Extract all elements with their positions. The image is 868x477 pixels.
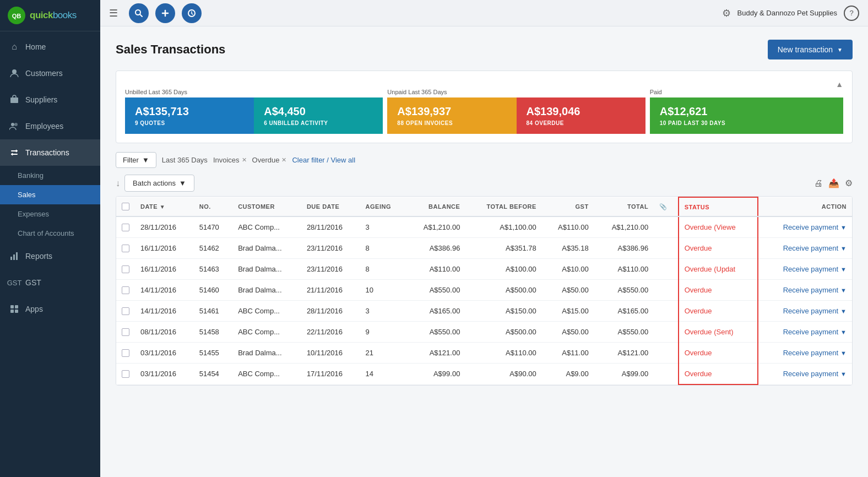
th-attach: 📎 xyxy=(654,197,679,216)
th-ageing: AGEING xyxy=(360,197,406,216)
th-total: TOTAL xyxy=(594,197,654,216)
action-dropdown-icon[interactable]: ▼ xyxy=(840,371,847,377)
sidebar-item-transactions[interactable]: Transactions xyxy=(0,139,100,166)
transactions-table: DATE ▼ NO. CUSTOMER DUE DATE AGEING BALA… xyxy=(116,197,852,385)
sidebar-item-customers[interactable]: Customers xyxy=(0,60,100,86)
action-dropdown-icon[interactable]: ▼ xyxy=(840,245,847,252)
svg-rect-7 xyxy=(13,254,15,260)
row-customer: Brad Dalma... xyxy=(232,238,301,259)
topbar-right: ⚙ Buddy & Dannozo Pet Supplies ? xyxy=(722,6,859,21)
row-checkbox[interactable] xyxy=(122,224,129,231)
table-row: 08/11/2016 51458 ABC Comp... 22/11/2016 … xyxy=(116,322,852,343)
row-attach xyxy=(654,238,679,259)
sidebar-item-suppliers[interactable]: Suppliers xyxy=(0,86,100,113)
action-dropdown-icon[interactable]: ▼ xyxy=(840,350,847,356)
row-attach xyxy=(654,216,679,238)
row-total-before: A$1,100.00 xyxy=(465,216,541,238)
receive-payment-link[interactable]: Receive payment xyxy=(783,286,838,294)
sidebar-item-sales[interactable]: Sales xyxy=(0,185,100,204)
row-checkbox[interactable] xyxy=(122,370,129,378)
add-button[interactable] xyxy=(155,3,175,23)
row-date: 14/11/2016 xyxy=(135,280,194,301)
search-button[interactable] xyxy=(129,3,149,23)
row-date: 03/11/2016 xyxy=(135,364,194,385)
row-gst: A$110.00 xyxy=(542,216,594,238)
action-cell: Receive payment ▼ xyxy=(764,265,847,273)
receive-payment-link[interactable]: Receive payment xyxy=(783,349,838,357)
quotes-card[interactable]: A$135,713 9 QUOTES xyxy=(125,97,254,134)
card-sub: 6 UNBILLED ACTIVITY xyxy=(264,120,373,126)
history-button[interactable] xyxy=(182,3,202,23)
filter-button[interactable]: Filter ▼ xyxy=(116,152,156,168)
select-all-checkbox[interactable] xyxy=(122,203,129,210)
open-invoices-card[interactable]: A$139,937 88 OPEN INVOICES xyxy=(387,97,516,134)
row-checkbox[interactable] xyxy=(122,307,129,315)
receive-payment-link[interactable]: Receive payment xyxy=(783,244,838,252)
sidebar-item-expenses[interactable]: Expenses xyxy=(0,204,100,224)
sidebar-item-banking[interactable]: Banking xyxy=(0,166,100,185)
th-customer: CUSTOMER xyxy=(232,197,301,216)
sidebar-item-home[interactable]: ⌂ Home xyxy=(0,34,100,60)
row-status: Overdue xyxy=(679,343,758,364)
row-no: 51470 xyxy=(194,216,232,238)
row-action: Receive payment ▼ xyxy=(758,322,852,343)
settings-icon[interactable]: ⚙ xyxy=(722,7,731,19)
batch-actions-button[interactable]: Batch actions ▼ xyxy=(124,175,194,192)
print-icon[interactable]: 🖨 xyxy=(814,178,823,188)
sidebar-item-chart-of-accounts[interactable]: Chart of Accounts xyxy=(0,224,100,243)
row-status: Overdue (Viewe xyxy=(679,216,758,238)
row-checkbox[interactable] xyxy=(122,265,129,273)
export-icon[interactable]: 📤 xyxy=(828,178,839,188)
row-checkbox-cell xyxy=(116,301,135,322)
row-checkbox[interactable] xyxy=(122,245,129,252)
row-balance: A$1,210.00 xyxy=(406,216,466,238)
receive-payment-link[interactable]: Receive payment xyxy=(783,328,838,336)
row-checkbox[interactable] xyxy=(122,286,129,294)
row-attach xyxy=(654,280,679,301)
clear-filter-link[interactable]: Clear filter / View all xyxy=(292,156,355,164)
row-status: Overdue (Sent) xyxy=(679,322,758,343)
sidebar-item-employees[interactable]: Employees xyxy=(0,113,100,139)
date-sort-indicator: ▼ xyxy=(160,204,165,210)
action-dropdown-icon[interactable]: ▼ xyxy=(840,308,847,315)
receive-payment-link[interactable]: Receive payment xyxy=(783,370,838,378)
row-action: Receive payment ▼ xyxy=(758,216,852,238)
sidebar-item-reports[interactable]: Reports xyxy=(0,243,100,269)
row-checkbox[interactable] xyxy=(122,349,129,357)
paid-card[interactable]: A$12,621 10 PAID LAST 30 DAYS xyxy=(650,97,843,134)
transactions-table-wrapper: DATE ▼ NO. CUSTOMER DUE DATE AGEING BALA… xyxy=(116,196,853,386)
row-checkbox-cell xyxy=(116,364,135,385)
card-amount: A$135,713 xyxy=(135,105,244,118)
unbilled-activity-card[interactable]: A$4,450 6 UNBILLED ACTIVITY xyxy=(254,97,383,134)
sidebar-item-apps[interactable]: Apps xyxy=(0,296,100,322)
sort-icon[interactable]: ↓ xyxy=(116,178,120,188)
collapse-icon[interactable]: ▲ xyxy=(836,80,843,89)
action-dropdown-icon[interactable]: ▼ xyxy=(840,329,847,335)
remove-overdue-filter[interactable]: ✕ xyxy=(281,156,286,164)
svg-rect-12 xyxy=(15,310,18,313)
remove-invoices-filter[interactable]: ✕ xyxy=(242,156,247,164)
action-dropdown-icon[interactable]: ▼ xyxy=(840,266,847,273)
settings-table-icon[interactable]: ⚙ xyxy=(845,178,853,188)
table-row: 03/11/2016 51455 Brad Dalma... 10/11/201… xyxy=(116,343,852,364)
row-gst: A$15.00 xyxy=(542,301,594,322)
receive-payment-link[interactable]: Receive payment xyxy=(783,265,838,273)
action-dropdown-icon[interactable]: ▼ xyxy=(840,287,847,294)
row-checkbox[interactable] xyxy=(122,328,129,336)
overdue-card[interactable]: A$139,046 84 OVERDUE xyxy=(517,97,645,134)
row-action: Receive payment ▼ xyxy=(758,343,852,364)
receive-payment-link[interactable]: Receive payment xyxy=(783,223,838,231)
receive-payment-link[interactable]: Receive payment xyxy=(783,307,838,315)
new-transaction-button[interactable]: New transaction ▼ xyxy=(768,40,853,59)
unbilled-group: Unbilled Last 365 Days A$135,713 9 QUOTE… xyxy=(125,89,383,134)
th-date[interactable]: DATE ▼ xyxy=(135,197,194,216)
table-toolbar: ↓ Batch actions ▼ 🖨 📤 ⚙ xyxy=(116,175,853,192)
row-ageing: 3 xyxy=(360,301,406,322)
action-dropdown-icon[interactable]: ▼ xyxy=(840,224,847,231)
row-gst: A$50.00 xyxy=(542,322,594,343)
sidebar-item-gst[interactable]: GST GST xyxy=(0,269,100,296)
row-due-date: 23/11/2016 xyxy=(301,238,360,259)
row-total: A$121.00 xyxy=(594,343,654,364)
hamburger-icon[interactable]: ☰ xyxy=(109,7,118,19)
help-button[interactable]: ? xyxy=(844,6,859,21)
